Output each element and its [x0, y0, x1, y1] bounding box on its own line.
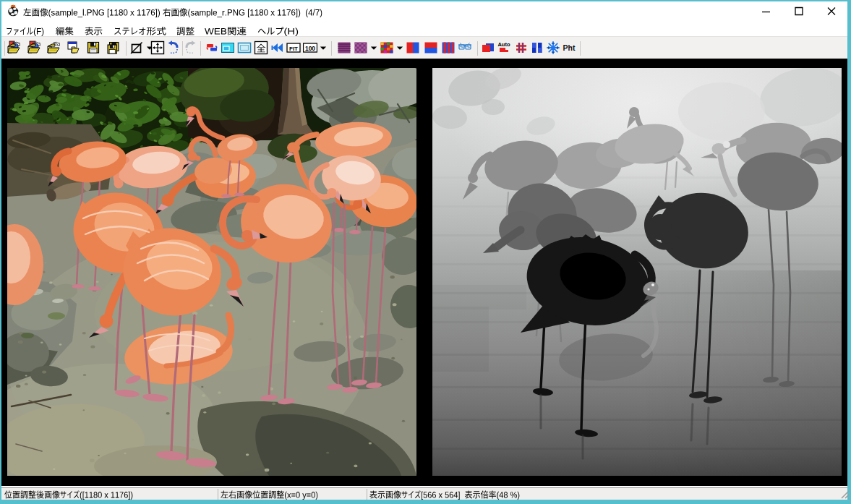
svg-text:Pht: Pht — [563, 43, 576, 52]
svg-text:100: 100 — [305, 45, 315, 52]
svg-text:Auto: Auto — [497, 41, 510, 48]
svg-text:FIT: FIT — [289, 46, 298, 52]
